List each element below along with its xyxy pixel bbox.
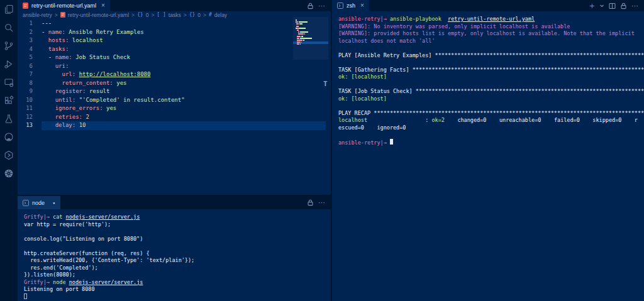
more-actions-icon[interactable]: ⋯ bbox=[631, 2, 638, 10]
code-line: 7 url: http://localhost:8080 bbox=[18, 70, 326, 79]
breadcrumb[interactable]: ansible-retry>retry-until-remote-url.yam… bbox=[18, 11, 331, 18]
terminal-line bbox=[338, 59, 644, 67]
code-editor[interactable]: 1---2- name: Ansible Retry Examples3 hos… bbox=[18, 18, 331, 130]
breadcrumb-item[interactable]: tasks bbox=[169, 12, 181, 18]
terminal-line: Gritfy|→ node nodejs-server/server.js bbox=[24, 279, 331, 287]
terminal-line: escued=0 ignored=0 bbox=[338, 124, 644, 132]
breadcrumb-separator: > bbox=[131, 12, 135, 18]
minimap-row bbox=[296, 21, 327, 23]
run-debug-icon[interactable] bbox=[4, 58, 14, 69]
terminal-line bbox=[24, 293, 331, 301]
close-icon[interactable]: × bbox=[101, 3, 105, 9]
new-terminal-icon[interactable]: + bbox=[589, 2, 595, 10]
tab-label: node bbox=[32, 200, 45, 206]
minimap-row bbox=[296, 36, 327, 37]
node-terminal-output[interactable]: Gritfy|→ cat nodejs-server/server.jsvar … bbox=[18, 209, 331, 300]
terminal-line bbox=[24, 228, 331, 236]
terminal-line: PLAY RECAP *****************************… bbox=[338, 110, 644, 118]
terminal-line: [WARNING]: No inventory was parsed, only… bbox=[338, 23, 644, 31]
breadcrumb-separator: > bbox=[203, 12, 206, 18]
yaml-file-icon bbox=[23, 3, 28, 9]
code-line: 8 return_content: yes bbox=[18, 79, 326, 88]
terminal-line: }).listen(8080); bbox=[24, 271, 331, 279]
terminal-actions: + ⋯ bbox=[589, 0, 644, 11]
code-line: 11 ignore_errors: yes bbox=[18, 104, 326, 113]
tab-label: zsh bbox=[347, 3, 355, 9]
terminal-line: res.end('Completed'); bbox=[24, 265, 331, 272]
extensions-icon[interactable] bbox=[4, 95, 14, 106]
terminal-line bbox=[338, 102, 644, 110]
code-line: 6 uri: bbox=[18, 62, 326, 71]
tab-retry-until-remote-url-yaml[interactable]: retry-until-remote-url.yaml × bbox=[18, 0, 110, 11]
terminal-line: res.writeHead(200, {'Content-Type': 'tex… bbox=[24, 257, 331, 265]
minimap-row bbox=[296, 41, 327, 43]
terminal-line bbox=[338, 45, 644, 52]
lock-icon[interactable] bbox=[620, 3, 627, 9]
lock-icon[interactable] bbox=[307, 3, 314, 9]
github-icon[interactable] bbox=[4, 131, 14, 142]
terminal-line: ok: [localhost] bbox=[338, 74, 644, 81]
terminal-line: localhost : ok=2 changed=0 unreachable=0… bbox=[338, 117, 644, 124]
breadcrumb-item[interactable]: ansible-retry bbox=[23, 12, 52, 18]
code-line: 10 until: "'Completed' in result.content… bbox=[18, 96, 326, 105]
code-line: 13 delay: 10 bbox=[18, 121, 326, 130]
bottom-terminal-panel: node ● ⋯ Gritfy|→ cat nodejs-server/serv… bbox=[18, 195, 331, 301]
minimap[interactable] bbox=[296, 19, 327, 45]
terminal-icon bbox=[337, 3, 343, 9]
tab-label: retry-until-remote-url.yaml bbox=[31, 3, 96, 9]
kubernetes-icon[interactable] bbox=[4, 168, 14, 178]
code-line: 9 register: result bbox=[18, 87, 326, 96]
yaml-file-icon bbox=[60, 12, 65, 18]
right-terminal-panel: zsh × + ⋯ ansible-retry|→ ansible-playbo… bbox=[331, 0, 644, 301]
more-actions-icon[interactable]: ⋯ bbox=[318, 199, 325, 207]
terminal-icon bbox=[23, 200, 29, 206]
terminal-line: var http = require('http'); bbox=[24, 221, 331, 229]
symbol-icon: [ ] bbox=[157, 12, 165, 18]
minimap-row bbox=[296, 40, 327, 41]
text-cursor-pointer: T bbox=[323, 80, 328, 88]
code-line: 12 retries: 2 bbox=[18, 113, 326, 122]
breadcrumb-item[interactable]: delay bbox=[214, 12, 227, 18]
code-line: 3 hosts: localhost bbox=[18, 36, 326, 45]
zsh-terminal-output[interactable]: ansible-retry|→ ansible-playbook retry-u… bbox=[332, 11, 644, 146]
breadcrumb-item[interactable]: retry-until-remote-url.yaml bbox=[68, 12, 129, 18]
breadcrumb-item[interactable]: 0 bbox=[146, 12, 149, 18]
terminal-line bbox=[338, 81, 644, 89]
search-icon[interactable] bbox=[4, 22, 14, 33]
editor-tabbar: retry-until-remote-url.yaml × ⋯ bbox=[18, 0, 331, 11]
code-line: 4 tasks: bbox=[18, 45, 326, 54]
lock-icon[interactable] bbox=[307, 199, 314, 206]
tab-terminal-zsh[interactable]: zsh × bbox=[332, 0, 369, 11]
code-line: 5 - name: Job Status Check bbox=[18, 53, 326, 62]
terminal-line: TASK [Gathering Facts] *****************… bbox=[338, 67, 644, 74]
terminal-line: ansible-retry|→ ansible-playbook retry-u… bbox=[338, 16, 644, 23]
terminal-line: http.createServer(function (req, res) { bbox=[24, 250, 331, 258]
minimap-row bbox=[296, 28, 327, 29]
terminal-line bbox=[338, 131, 644, 139]
right-panel-tabbar: zsh × + ⋯ bbox=[332, 0, 644, 11]
terminal-line bbox=[24, 243, 331, 250]
vscode-window: retry-until-remote-url.yaml × ⋯ ansible-… bbox=[0, 0, 644, 301]
remote-explorer-icon[interactable] bbox=[4, 77, 14, 87]
editor-actions: ⋯ bbox=[307, 0, 331, 11]
split-editor-icon[interactable] bbox=[609, 3, 616, 9]
tab-terminal-node[interactable]: node ● bbox=[18, 196, 60, 209]
explorer-icon[interactable] bbox=[4, 4, 14, 14]
breadcrumb-item[interactable]: 0 bbox=[197, 12, 201, 18]
close-icon[interactable]: × bbox=[360, 3, 364, 9]
breadcrumb-separator: > bbox=[55, 12, 58, 18]
terminal-line: console.log("Listening on port 8080") bbox=[24, 236, 331, 243]
source-control-icon[interactable] bbox=[4, 40, 14, 51]
editor-group: retry-until-remote-url.yaml × ⋯ ansible-… bbox=[18, 0, 331, 195]
minimap-row bbox=[296, 23, 327, 25]
hexagon-extension-icon[interactable] bbox=[4, 150, 14, 160]
terminal-line: [WARNING]: provided hosts list is empty,… bbox=[338, 30, 644, 38]
bottom-panel-tabbar: node ● ⋯ bbox=[18, 196, 331, 209]
minimap-row bbox=[296, 31, 327, 33]
minimap-row bbox=[296, 33, 327, 35]
breadcrumb-separator: > bbox=[151, 12, 154, 18]
testing-flask-icon[interactable] bbox=[4, 113, 14, 124]
minimap-row bbox=[296, 19, 327, 21]
more-actions-icon[interactable]: ⋯ bbox=[318, 2, 325, 10]
chevron-down-icon[interactable] bbox=[599, 3, 604, 8]
